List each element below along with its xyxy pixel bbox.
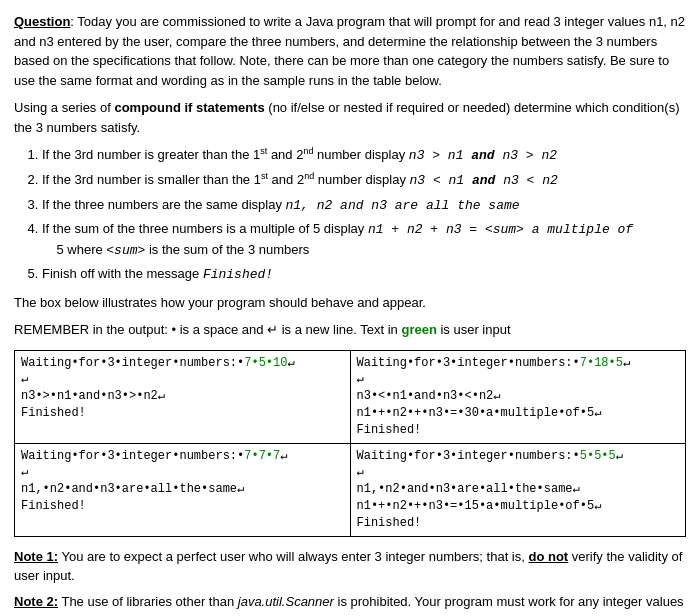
box-intro-text: The box below illustrates how your progr…	[14, 293, 686, 313]
list-item-5: Finish off with the message Finished!	[42, 264, 686, 285]
section2-text: Using a series of compound if statements…	[14, 98, 686, 137]
table-row-2: Waiting•for•3•integer•numbers:•7•7•7↵ ↵ …	[15, 443, 686, 536]
table-cell-1-1: Waiting•for•3•integer•numbers:•7•5•10↵ ↵…	[15, 350, 351, 443]
note1: Note 1: You are to expect a perfect user…	[14, 547, 686, 586]
list-item-3: If the three numbers are the same displa…	[42, 195, 686, 216]
question-intro: Question: Today you are commissioned to …	[14, 12, 686, 90]
sample-runs-table: Waiting•for•3•integer•numbers:•7•5•10↵ ↵…	[14, 350, 686, 537]
list-item-4: If the sum of the three numbers is a mul…	[42, 219, 686, 260]
note2: Note 2: The use of libraries other than …	[14, 592, 686, 616]
table-cell-1-2: Waiting•for•3•integer•numbers:•7•18•5↵ ↵…	[350, 350, 686, 443]
question-label: Question	[14, 14, 70, 29]
table-row-1: Waiting•for•3•integer•numbers:•7•5•10↵ ↵…	[15, 350, 686, 443]
table-cell-2-1: Waiting•for•3•integer•numbers:•7•7•7↵ ↵ …	[15, 443, 351, 536]
list-item-2: If the 3rd number is smaller than the 1s…	[42, 170, 686, 191]
conditions-list: If the 3rd number is greater than the 1s…	[42, 145, 686, 285]
question-block: Question: Today you are commissioned to …	[14, 12, 686, 340]
table-cell-2-2: Waiting•for•3•integer•numbers:•5•5•5↵ ↵ …	[350, 443, 686, 536]
notes-section: Note 1: You are to expect a perfect user…	[14, 547, 686, 616]
list-item-1: If the 3rd number is greater than the 1s…	[42, 145, 686, 166]
remember-text: REMEMBER in the output: • is a space and…	[14, 320, 686, 340]
